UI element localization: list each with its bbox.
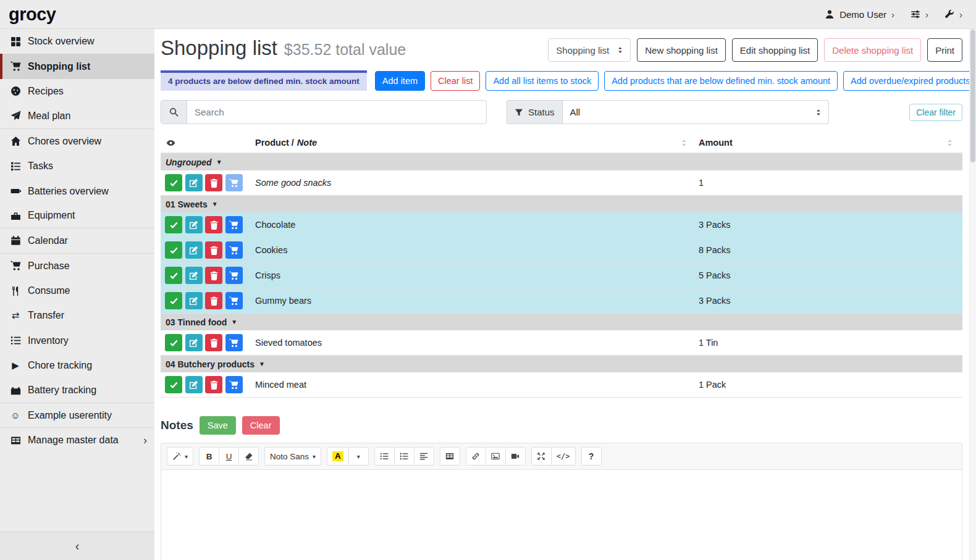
sidebar-item-inventory[interactable]: Inventory bbox=[0, 328, 154, 353]
print-button[interactable]: Print bbox=[927, 38, 962, 62]
bold-button[interactable]: B bbox=[199, 447, 219, 466]
notes-editor: ▾BUNoto Sans▾A▾</>? bbox=[161, 443, 962, 560]
sort-icon[interactable] bbox=[946, 139, 954, 147]
mark-done-button[interactable] bbox=[165, 241, 182, 259]
ordered-list-button[interactable] bbox=[394, 447, 414, 466]
sidebar-item-tasks[interactable]: Tasks bbox=[0, 154, 154, 178]
sidebar-item-consume[interactable]: Consume bbox=[0, 278, 154, 303]
edit-item-button[interactable] bbox=[185, 241, 203, 259]
delete-item-button[interactable] bbox=[205, 174, 222, 191]
delete-item-button[interactable] bbox=[205, 267, 222, 284]
delete-item-button[interactable] bbox=[205, 334, 222, 351]
edit-item-button[interactable] bbox=[185, 174, 203, 191]
clear-list-button[interactable]: Clear list bbox=[431, 71, 480, 91]
admin-menu[interactable]: › bbox=[944, 9, 962, 19]
edit-item-button[interactable] bbox=[185, 334, 203, 351]
sidebar-item-label: Inventory bbox=[28, 335, 69, 346]
settings-menu[interactable]: › bbox=[911, 9, 928, 19]
add-to-stock-button[interactable] bbox=[225, 376, 243, 393]
unordered-list-button[interactable] bbox=[374, 447, 395, 466]
shopping-list-product: Chocolate bbox=[253, 220, 697, 230]
add-to-stock-button[interactable] bbox=[225, 267, 243, 284]
sidebar-item-meal-plan[interactable]: Meal plan bbox=[0, 104, 154, 128]
delete-item-button[interactable] bbox=[205, 376, 222, 393]
app-logo[interactable]: grocy bbox=[9, 4, 56, 25]
sidebar-item-label: Stock overview bbox=[28, 36, 95, 47]
paragraph-button[interactable] bbox=[414, 447, 434, 466]
mark-done-button[interactable] bbox=[165, 267, 182, 284]
insert-picture-button[interactable] bbox=[486, 447, 506, 466]
fullscreen-button[interactable] bbox=[531, 447, 552, 466]
notes-save-button[interactable]: Save bbox=[200, 416, 236, 435]
clear-format-button[interactable] bbox=[238, 447, 259, 466]
add-item-button[interactable]: Add item bbox=[375, 71, 425, 91]
sidebar-item-example-userentity[interactable]: ☺Example userentity bbox=[0, 403, 154, 428]
sidebar-item-calendar[interactable]: Calendar bbox=[0, 228, 154, 253]
highlight-color-button[interactable]: A bbox=[327, 447, 349, 466]
search-input[interactable] bbox=[187, 101, 486, 123]
sidebar-item-transfer[interactable]: ⇄Transfer bbox=[0, 303, 154, 328]
product-group-header[interactable]: 04 Butchery products▼ bbox=[161, 356, 962, 372]
mark-done-button[interactable] bbox=[165, 376, 182, 393]
add-to-stock-button[interactable] bbox=[225, 292, 243, 309]
sidebar-item-equipment[interactable]: Equipment bbox=[0, 204, 154, 228]
amount-column-header[interactable]: Amount bbox=[697, 138, 962, 148]
clear-filter-button[interactable]: Clear filter bbox=[909, 104, 962, 121]
delete-item-button[interactable] bbox=[205, 216, 222, 233]
sidebar-item-chores-overview[interactable]: Chores overview bbox=[0, 129, 154, 154]
edit-item-button[interactable] bbox=[185, 376, 203, 393]
scrollbar-thumb[interactable] bbox=[970, 30, 975, 162]
sidebar-item-purchase[interactable]: Purchase bbox=[0, 254, 154, 278]
sidebar-item-stock-overview[interactable]: Stock overview bbox=[0, 29, 154, 54]
add-to-stock-button[interactable] bbox=[225, 216, 243, 233]
help-button[interactable]: ? bbox=[581, 447, 602, 466]
product-column-header[interactable]: Product / Note bbox=[253, 138, 697, 148]
sidebar-item-shopping-list[interactable]: Shopping list bbox=[0, 54, 154, 78]
sidebar-item-chore-tracking[interactable]: ▶Chore tracking bbox=[0, 353, 154, 378]
product-group-header[interactable]: Ungrouped▼ bbox=[161, 154, 962, 170]
insert-video-button[interactable] bbox=[505, 447, 526, 466]
font-family-button[interactable]: Noto Sans▾ bbox=[264, 447, 321, 466]
edit-shopping-list-button[interactable]: Edit shopping list bbox=[732, 38, 818, 62]
product-group-header[interactable]: 01 Sweets▼ bbox=[161, 196, 962, 212]
delete-item-button[interactable] bbox=[205, 241, 222, 259]
sidebar-item-manage-master-data[interactable]: Manage master data› bbox=[0, 428, 154, 453]
insert-link-button[interactable] bbox=[466, 447, 486, 466]
mark-done-button[interactable] bbox=[165, 334, 182, 351]
add-to-stock-button[interactable] bbox=[225, 241, 243, 259]
edit-item-button[interactable] bbox=[185, 216, 203, 233]
status-filter-select[interactable]: All bbox=[562, 100, 829, 124]
mark-done-button[interactable] bbox=[165, 292, 182, 309]
add-to-stock-button[interactable] bbox=[225, 174, 243, 191]
delete-shopping-list-button[interactable]: Delete shopping list bbox=[824, 38, 921, 62]
code-view-button[interactable]: </> bbox=[551, 447, 576, 466]
add-to-stock-button[interactable] bbox=[225, 334, 243, 351]
edit-item-button[interactable] bbox=[185, 267, 203, 284]
sort-icon[interactable] bbox=[680, 139, 688, 147]
mark-done-button[interactable] bbox=[165, 216, 182, 233]
add-overdue-button[interactable]: Add overdue/expired products bbox=[843, 71, 976, 91]
edit-item-button[interactable] bbox=[185, 292, 203, 309]
vertical-scrollbar[interactable] bbox=[969, 29, 976, 560]
delete-item-button[interactable] bbox=[205, 292, 222, 309]
insert-table-button[interactable] bbox=[440, 447, 460, 466]
sidebar-item-batteries-overview[interactable]: Batteries overview bbox=[0, 178, 154, 203]
mark-done-button[interactable] bbox=[165, 174, 182, 191]
sidebar-item-battery-tracking[interactable]: Battery tracking bbox=[0, 378, 154, 403]
magic-style-button[interactable]: ▾ bbox=[167, 447, 193, 466]
add-below-min-stock-button[interactable]: Add products that are below defined min.… bbox=[604, 71, 838, 91]
underline-button[interactable]: U bbox=[219, 447, 239, 466]
sidebar-item-label: Consume bbox=[28, 285, 70, 296]
sidebar-item-recipes[interactable]: Recipes bbox=[0, 79, 154, 104]
notes-clear-button[interactable]: Clear bbox=[242, 416, 280, 435]
table-header: Product / Note Amount bbox=[161, 134, 962, 154]
shopping-list-selector[interactable]: Shopping list bbox=[548, 38, 631, 62]
color-picker-button[interactable]: ▾ bbox=[348, 447, 369, 466]
user-menu[interactable]: Demo User› bbox=[825, 9, 894, 20]
add-all-to-stock-button[interactable]: Add all list items to stock bbox=[486, 71, 599, 91]
sidebar-collapse-button[interactable]: ‹ bbox=[0, 532, 154, 560]
shopping-list-amount: 1 Pack bbox=[697, 380, 962, 390]
editor-content[interactable] bbox=[161, 470, 962, 560]
product-group-header[interactable]: 03 Tinned food▼ bbox=[161, 314, 962, 330]
new-shopping-list-button[interactable]: New shopping list bbox=[637, 38, 726, 62]
